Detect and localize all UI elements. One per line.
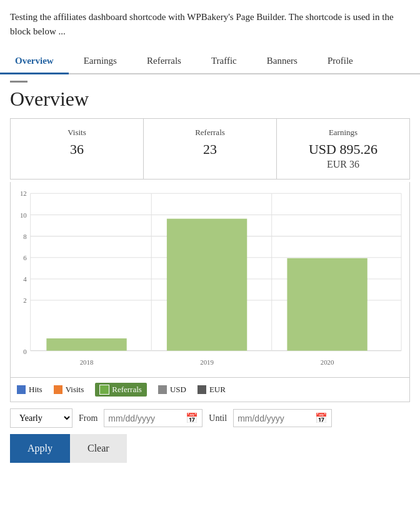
legend-visits[interactable]: Visits — [54, 385, 84, 395]
chart-svg: 12 10 8 6 4 2 0 2018 2019 2020 — [16, 187, 404, 375]
controls-row: Yearly Monthly Weekly Daily From 📅 Until… — [10, 408, 410, 428]
svg-text:2020: 2020 — [321, 358, 334, 366]
stats-row: Visits 36 Referrals 23 Earnings USD 895.… — [10, 118, 410, 180]
clear-button[interactable]: Clear — [70, 434, 127, 463]
svg-text:2018: 2018 — [80, 358, 94, 366]
from-label: From — [79, 413, 98, 423]
intro-text: Testing the affiliates dashboard shortco… — [0, 0, 420, 43]
svg-text:2019: 2019 — [200, 358, 214, 366]
svg-text:0: 0 — [23, 348, 27, 355]
svg-text:10: 10 — [20, 211, 27, 218]
visits-color-dot — [54, 385, 62, 394]
legend-hits-label: Hits — [29, 385, 42, 395]
buttons-row: Apply Clear — [10, 434, 410, 463]
from-date-input[interactable] — [108, 413, 183, 423]
stat-referrals-label: Referrals — [150, 128, 270, 138]
tab-banners[interactable]: Banners — [252, 49, 312, 74]
tab-earnings[interactable]: Earnings — [69, 49, 132, 74]
stat-earnings: Earnings USD 895.26 EUR 36 — [277, 119, 409, 179]
usd-color-dot — [158, 385, 167, 394]
referrals-color-dot — [100, 385, 109, 394]
svg-text:6: 6 — [23, 254, 27, 261]
stat-earnings-label: Earnings — [283, 128, 403, 138]
legend-usd[interactable]: USD — [158, 385, 186, 395]
stat-earnings-usd: USD 895.26 — [283, 141, 403, 158]
tabs-nav: Overview Earnings Referrals Traffic Bann… — [0, 49, 420, 74]
apply-button[interactable]: Apply — [10, 434, 70, 463]
overview-title: Overview — [0, 85, 420, 118]
chart-area: 12 10 8 6 4 2 0 2018 2019 2020 — [10, 182, 410, 378]
hits-color-dot — [17, 385, 26, 394]
stat-referrals-value: 23 — [150, 141, 270, 158]
until-date-wrap: 📅 — [233, 409, 332, 427]
stat-visits-label: Visits — [17, 128, 137, 138]
legend-referrals-label: Referrals — [112, 385, 142, 395]
bar-2020 — [287, 258, 367, 351]
from-date-wrap: 📅 — [104, 409, 202, 427]
bar-2019 — [167, 219, 247, 351]
stat-visits-value: 36 — [17, 141, 137, 158]
svg-text:4: 4 — [23, 275, 27, 283]
svg-text:2: 2 — [23, 296, 26, 304]
tab-traffic[interactable]: Traffic — [196, 49, 252, 74]
legend-visits-label: Visits — [66, 385, 84, 395]
svg-text:12: 12 — [20, 190, 27, 197]
period-select[interactable]: Yearly Monthly Weekly Daily — [10, 408, 72, 428]
until-label: Until — [209, 413, 227, 423]
eur-color-dot — [198, 385, 206, 394]
section-divider — [10, 81, 28, 83]
from-calendar-icon[interactable]: 📅 — [186, 412, 198, 424]
legend-hits[interactable]: Hits — [17, 385, 42, 395]
tab-overview[interactable]: Overview — [0, 49, 69, 74]
until-calendar-icon[interactable]: 📅 — [315, 412, 328, 424]
legend-bar: Hits Visits Referrals USD EUR — [10, 378, 410, 402]
legend-usd-label: USD — [170, 385, 186, 395]
legend-referrals[interactable]: Referrals — [95, 383, 147, 397]
stat-referrals: Referrals 23 — [144, 119, 277, 179]
until-date-input[interactable] — [238, 413, 312, 423]
bar-2018 — [46, 338, 126, 351]
tab-referrals[interactable]: Referrals — [132, 49, 196, 74]
stat-earnings-eur: EUR 36 — [283, 159, 403, 170]
legend-eur-label: EUR — [209, 385, 226, 395]
tab-profile[interactable]: Profile — [312, 49, 368, 74]
stat-visits: Visits 36 — [11, 119, 144, 179]
legend-eur[interactable]: EUR — [198, 385, 226, 395]
svg-text:8: 8 — [23, 233, 27, 240]
